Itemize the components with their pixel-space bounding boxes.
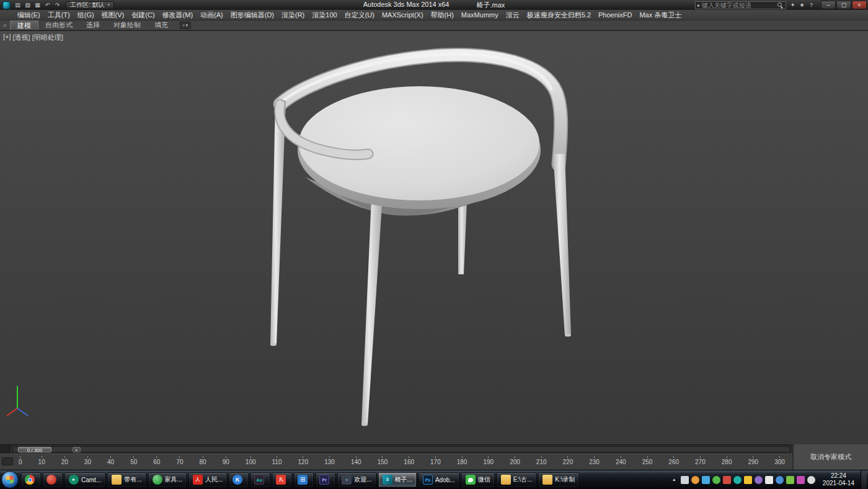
workspace-selector[interactable]: 工作区: 默认 ▾ [66, 1, 114, 9]
open-file-icon[interactable]: ▨ [23, 1, 32, 9]
menu-item[interactable]: 工具(T) [44, 10, 74, 20]
frame-tick-label: 110 [272, 456, 282, 465]
perspective-viewport[interactable]: [+][透视][明暗处理] [0, 30, 868, 444]
viewport-pov-menu[interactable]: [透视] [13, 33, 30, 42]
tray-icon-5[interactable] [723, 476, 731, 484]
chair-model[interactable] [0, 31, 868, 444]
taskbar-wechat[interactable]: 微信 [461, 472, 495, 487]
frame-tick-label: 170 [430, 456, 441, 465]
track-bar-toggle-icon[interactable] [2, 457, 13, 465]
menu-item[interactable]: 图形编辑器(D) [227, 10, 278, 20]
tray-icon-13[interactable] [807, 476, 815, 484]
3dsmax-application-menu-icon[interactable] [2, 1, 11, 9]
tray-icon-4[interactable] [712, 476, 720, 484]
menu-item[interactable]: 编辑(E) [14, 10, 44, 20]
cancel-expert-mode-button[interactable]: 取消专家模式 [807, 451, 855, 463]
taskbar-tiles[interactable]: ⊞ [294, 472, 314, 487]
taskbar-red-app[interactable] [43, 472, 63, 487]
taskbar-premiere[interactable]: Pr [316, 472, 335, 487]
taskbar-camtasia[interactable]: ▸ Camt... [64, 472, 105, 487]
taskbar-k-app[interactable]: K [229, 472, 249, 487]
menu-item[interactable]: MaxMummy [458, 10, 502, 20]
menu-item[interactable]: 组(G) [74, 10, 98, 20]
tray-icon-3[interactable] [702, 476, 710, 484]
menu-item[interactable]: 极速瘦身安全归档5.2 [523, 10, 595, 20]
ribbon-tab-modeling[interactable]: 建模 [10, 20, 38, 30]
tray-icon-6[interactable] [733, 476, 742, 484]
taskbar-jiaju[interactable]: 家具... [148, 472, 187, 487]
track-bar[interactable]: 0102030405060708090100110120130140150160… [0, 454, 792, 470]
ribbon-tab-selection[interactable]: 选择 [79, 20, 107, 30]
frame-tick-label: 200 [510, 456, 520, 465]
undo-icon[interactable]: ↶ [43, 1, 52, 9]
app-icon [25, 475, 35, 485]
tray-hidden-icons-arrow[interactable]: ▴ [670, 476, 678, 484]
viewport-canvas[interactable] [0, 31, 868, 444]
redo-icon[interactable]: ↷ [53, 1, 62, 9]
tray-icon-1[interactable] [681, 476, 689, 484]
frame-tick-label: 210 [536, 456, 547, 465]
time-slider-grip[interactable] [0, 445, 10, 454]
taskbar-photoshop[interactable]: Ps Adob... [418, 472, 459, 487]
communication-center-icon[interactable]: ✦ [788, 1, 797, 9]
minimize-button[interactable]: – [821, 1, 836, 9]
taskbar-audition[interactable]: Au [250, 472, 270, 487]
ribbon-tab-object-paint[interactable]: 对象绘制 [107, 20, 148, 30]
ribbon-grip-icon[interactable]: ≡ [0, 22, 10, 29]
menu-item[interactable]: 帮助(H) [427, 10, 458, 20]
new-file-icon[interactable]: ▤ [13, 1, 22, 9]
menu-item[interactable]: Max 杀毒卫士 [636, 10, 685, 20]
windows-flag-icon [6, 475, 14, 483]
tray-icon-11[interactable] [786, 476, 794, 484]
search-icon[interactable] [777, 2, 784, 9]
menu-item[interactable]: 动画(A) [197, 10, 227, 20]
ribbon-overflow-button[interactable]: ▪ ▾ [180, 22, 191, 29]
tray-icon-7[interactable] [744, 476, 752, 484]
taskbar-folder-k[interactable]: K:\录制 [538, 472, 579, 487]
show-desktop-button[interactable] [861, 470, 867, 489]
app-icon [153, 475, 162, 485]
time-slider-track[interactable]: 0 / 300 ▸ [12, 446, 790, 452]
menu-item[interactable]: 修改器(M) [159, 10, 197, 20]
menu-item[interactable]: PhoenixFD [595, 10, 636, 20]
start-button[interactable] [1, 471, 19, 488]
app-icon: ▸ [69, 475, 79, 485]
taskbar-clock[interactable]: 22:24 2021-04-14 [818, 472, 858, 488]
viewport-general-menu[interactable]: [+] [3, 33, 11, 42]
taskbar-wan[interactable]: 丸 [272, 472, 292, 487]
taskbar-huanying[interactable]: ● 欢迎... [337, 472, 376, 487]
ribbon-tab-freeform[interactable]: 自由形式 [38, 20, 79, 30]
restore-button[interactable]: ▢ [836, 1, 851, 9]
app-icon: ● [342, 475, 352, 485]
taskbar-renmin[interactable]: 人 人民... [188, 472, 227, 487]
menu-item[interactable]: 自定义(U) [341, 10, 378, 20]
frame-tick-label: 120 [298, 456, 309, 465]
ribbon-tab-populate[interactable]: 填充 [148, 20, 175, 30]
time-slider-thumb[interactable]: 0 / 300 [18, 447, 51, 452]
tray-icon-2[interactable] [691, 476, 699, 484]
save-file-icon[interactable]: ▦ [33, 1, 42, 9]
app-icon [46, 475, 56, 485]
menu-item[interactable]: MAXScript(X) [378, 10, 427, 20]
search-arrow-icon[interactable]: ▸ [698, 2, 700, 8]
menu-item[interactable]: 创建(C) [128, 10, 158, 20]
help-icon[interactable]: ? [807, 1, 816, 9]
close-button[interactable]: × [852, 1, 867, 9]
next-frame-button[interactable]: ▸ [73, 447, 81, 452]
menu-item[interactable]: 渲染100 [308, 10, 340, 20]
app-icon: 3 [383, 475, 392, 485]
menu-item[interactable]: 渲染(R) [278, 10, 308, 20]
tray-icon-12[interactable] [797, 476, 805, 484]
favorites-icon[interactable]: ★ [797, 1, 807, 9]
taskbar-folder-daiyou[interactable]: 带有... [107, 472, 146, 487]
tray-icon-8[interactable] [755, 476, 763, 484]
menu-item[interactable]: 渲云 [502, 10, 523, 20]
tray-icon-10[interactable] [776, 476, 784, 484]
taskbar-chrome[interactable] [21, 472, 41, 487]
viewport-shading-menu[interactable]: [明暗处理] [32, 33, 63, 42]
menu-item[interactable]: 视图(V) [98, 10, 128, 20]
tray-icon-9[interactable] [765, 476, 773, 484]
search-input[interactable] [702, 2, 775, 9]
taskbar-3dsmax-yizi[interactable]: 3 椅子... [378, 472, 417, 487]
taskbar-folder-e[interactable]: E:\古... [497, 472, 537, 487]
